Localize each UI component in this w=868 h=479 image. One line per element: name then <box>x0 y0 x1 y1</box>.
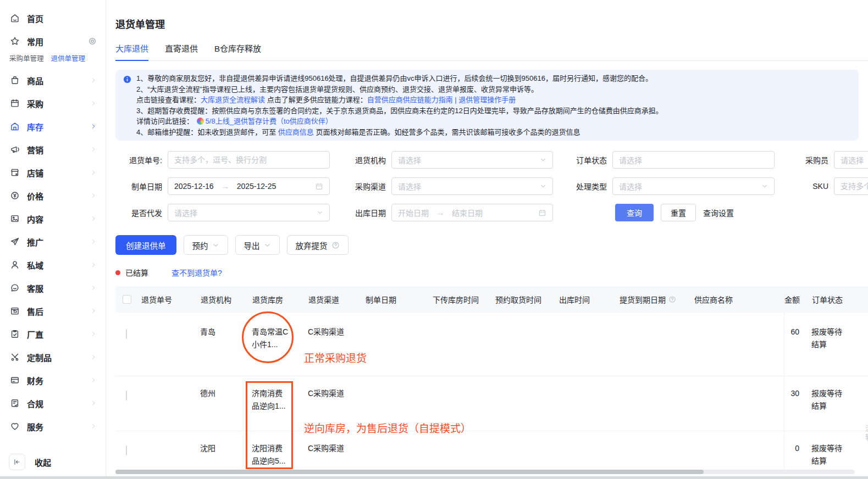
cell-warehouse: 青岛常温C小件1... <box>248 313 305 376</box>
sidebar-item-label: 推广 <box>27 236 43 248</box>
sidebar-item-favorites[interactable]: 常用 <box>0 30 106 53</box>
column-header: 下传库房时间 <box>429 294 492 305</box>
calendar-icon <box>538 209 546 217</box>
photo-icon <box>10 214 20 224</box>
cell-masked <box>690 313 784 376</box>
cell-org: 德州 <box>197 376 248 431</box>
export-button[interactable]: 导出 <box>235 235 280 255</box>
window-bottom-edge <box>0 476 868 479</box>
cell-empty <box>491 313 555 376</box>
quick-link-purchase-order-mgmt[interactable]: 采购单管理 <box>9 53 44 63</box>
notice-line: 2、“大库退货全流程”指导课程已上线，主要内容包括退货单提货规则、供应商预约、退… <box>136 84 850 95</box>
notice-text: 3、超期暂存收费提醒：按照供应商与京东签署的合同约定，关于京东退货商品，因供应商… <box>136 107 663 115</box>
sidebar-collapse[interactable]: 收起 <box>9 454 51 470</box>
clipped-column-text: 流转 <box>863 425 868 442</box>
notice-text: 点击了解更多供应链能力课程： <box>265 96 367 104</box>
page-title: 退货单管理 <box>115 16 868 31</box>
sidebar-item-label: 首页 <box>27 13 43 24</box>
select-all-checkbox[interactable] <box>123 295 131 304</box>
quick-link-return-supply-mgmt[interactable]: 退供单管理 <box>51 53 86 63</box>
sidebar-item-products[interactable]: 商品 <box>0 69 106 92</box>
purchase-channel-select[interactable]: 请选择 <box>391 177 553 195</box>
sidebar-item-compliance[interactable]: 合规 <box>0 392 106 415</box>
gear-icon[interactable] <box>88 37 97 46</box>
tab-direct-ship-return[interactable]: 直寄退供 <box>165 42 198 60</box>
sidebar-item-promotion[interactable]: 推广 <box>0 230 106 253</box>
doc-date-range[interactable]: 2025-12-16 → 2025-12-25 <box>168 177 330 195</box>
return-no-label: 退货单号: <box>115 154 168 165</box>
sidebar-item-home[interactable]: 首页 <box>0 7 106 30</box>
cell-org: 青岛 <box>197 313 248 376</box>
star-icon <box>10 36 20 46</box>
column-header: 提货到期日期 <box>616 294 691 305</box>
notice-link[interactable]: | <box>453 96 459 104</box>
notice-link[interactable]: 退供管理操作手册 <box>458 96 516 104</box>
chevron-down-icon <box>317 209 323 216</box>
outbound-start[interactable]: 开始日期 <box>398 207 429 218</box>
sidebar-item-procurement[interactable]: 采购 <box>0 92 106 115</box>
sidebar-item-services[interactable]: 服务 <box>0 415 106 438</box>
sidebar-item-label: 常用 <box>27 36 43 47</box>
scrollbar-thumb[interactable] <box>115 470 704 474</box>
return-no-input[interactable] <box>174 155 323 164</box>
warehouse-icon <box>10 121 20 131</box>
sidebar-item-label: 商品 <box>27 75 43 86</box>
horizontal-scrollbar[interactable] <box>115 470 855 474</box>
chevron-down-icon <box>761 183 768 190</box>
process-type-select[interactable]: 请选择 <box>612 177 775 195</box>
return-org-select[interactable]: 请选择 <box>391 151 553 169</box>
cell-masked <box>362 313 429 376</box>
doc-date-end[interactable]: 2025-12-25 <box>237 182 277 191</box>
table-row[interactable]: 青岛青岛常温C小件1...C采购渠道60报废等待结算 <box>115 313 868 376</box>
question-circle-icon[interactable] <box>668 296 676 303</box>
sidebar-item-customer-service[interactable]: 客服 <box>0 276 106 299</box>
notice-link[interactable]: 自营供应商供应链能力指南 <box>367 96 453 104</box>
sidebar-item-after-sales[interactable]: 售后 <box>0 299 106 322</box>
sidebar-item-custom-products[interactable]: 定制品 <box>0 346 106 369</box>
notice-link[interactable]: 供应商信息 <box>278 128 314 136</box>
sku-label: SKU <box>775 182 834 191</box>
sku-input[interactable] <box>841 182 868 191</box>
cell-amount: 60 <box>784 313 808 376</box>
sidebar-item-factory-direct[interactable]: 厂直 <box>0 322 106 346</box>
search-button[interactable]: 查询 <box>615 204 654 221</box>
row-checkbox[interactable] <box>126 445 127 455</box>
table-row[interactable]: 德州济南消费品逆向1...C采购渠道30报废等待结算 <box>115 376 868 431</box>
notice-link[interactable]: 大库退货全流程解读 <box>201 96 265 104</box>
sidebar-item-private-domain[interactable]: 私域 <box>0 253 106 276</box>
column-header: 制单日期 <box>362 294 429 305</box>
chevron-down-icon <box>540 157 546 163</box>
dropship-select[interactable]: 请选择 <box>168 204 330 221</box>
sidebar-item-marketing[interactable]: 营销 <box>0 138 106 161</box>
tab-b-warehouse-release[interactable]: B仓库存释放 <box>214 42 261 60</box>
sidebar-item-price[interactable]: 价格 <box>0 184 106 207</box>
table-body: 青岛青岛常温C小件1...C采购渠道60报废等待结算德州济南消费品逆向1...C… <box>115 313 868 479</box>
reserve-button[interactable]: 预约 <box>184 235 228 255</box>
notice-link[interactable]: 5/8上线_退供暂存计费（to供应商伙伴） <box>206 117 333 125</box>
cant-find-return-link[interactable]: 查不到退货单? <box>172 267 222 278</box>
sidebar-item-content[interactable]: 内容 <box>0 207 106 230</box>
tab-bar: 大库退供直寄退供B仓库存释放 <box>115 42 868 61</box>
query-settings-button[interactable]: 查询设置 <box>703 207 734 218</box>
annotation-reverse-warehouse: 逆向库房，为售后退货（自提模式） <box>304 420 471 435</box>
order-status-select[interactable]: 请选择 <box>612 151 775 169</box>
outbound-date-range[interactable]: 开始日期 → 结束日期 <box>391 204 553 221</box>
heart-icon <box>10 421 20 431</box>
create-return-order-button[interactable]: 创建退供单 <box>115 235 176 255</box>
sidebar-item-shop[interactable]: 店铺 <box>0 161 106 184</box>
row-checkbox[interactable] <box>126 329 127 339</box>
row-checkbox[interactable] <box>126 391 127 400</box>
notice-line: 详情访问此链接： 5/8上线_退供暂存计费（to供应商伙伴） <box>136 116 850 127</box>
buyer-select[interactable]: 请选择 <box>834 151 868 169</box>
reset-button[interactable]: 重置 <box>661 204 696 221</box>
calendar-icon <box>315 182 323 191</box>
outbound-end[interactable]: 结束日期 <box>452 207 483 218</box>
storefront-icon <box>10 168 20 177</box>
abandon-pickup-button[interactable]: 放弃提货 <box>287 235 349 255</box>
sidebar-item-inventory[interactable]: 库存 <box>0 115 106 138</box>
tab-bulk-warehouse-return[interactable]: 大库退供 <box>115 42 148 60</box>
cell-warehouse: 济南消费品逆向1... <box>248 376 305 431</box>
collapse-arrow-icon[interactable] <box>9 454 25 470</box>
sidebar-item-finance[interactable]: 财务 <box>0 369 106 392</box>
doc-date-start[interactable]: 2025-12-16 <box>174 182 214 191</box>
